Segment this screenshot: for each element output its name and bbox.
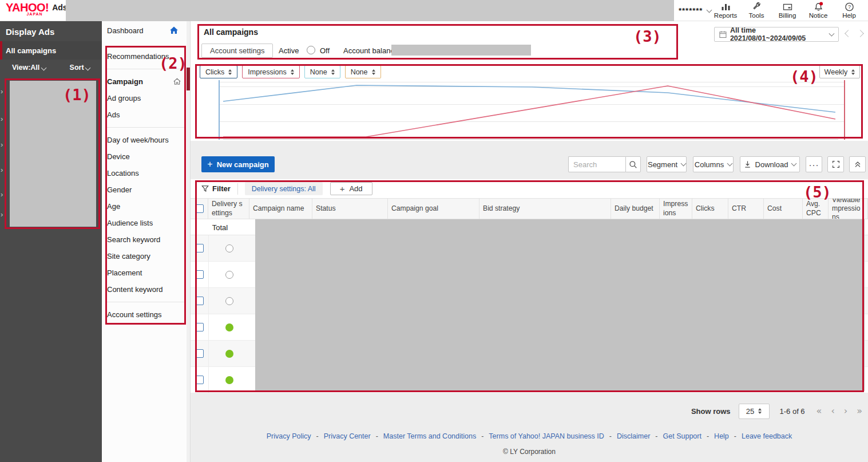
delivery-status-dot-off[interactable] (225, 244, 233, 252)
column-header-daily-budget[interactable]: Daily budget (611, 199, 660, 219)
prev-page-button[interactable]: ‹ (831, 406, 834, 416)
metric-selector-3[interactable]: None (304, 65, 340, 78)
subnav-item-recommendations[interactable]: Recommendations (102, 48, 186, 65)
select-all-checkbox[interactable] (195, 204, 204, 213)
subnav-item-audience-lists[interactable]: Audience lists (102, 215, 186, 231)
subnav-item-day-of-week-hours[interactable]: Day of week/hours (102, 132, 186, 148)
topnav-reports[interactable]: Reports (710, 1, 741, 19)
add-filter-button[interactable]: +Add (330, 182, 372, 195)
sort-dropdown[interactable]: Sort (70, 64, 90, 72)
delivery-status-dot-on[interactable] (225, 323, 233, 331)
row-checkbox[interactable] (195, 323, 204, 331)
search-button[interactable] (625, 156, 641, 172)
new-campaign-button[interactable]: +New campaign (201, 156, 275, 172)
column-header-status[interactable]: Status (312, 199, 388, 219)
yahoo-japan-ads-logo[interactable]: YAHOO! JAPAN Ads (6, 2, 68, 16)
subnav-item-ads[interactable]: Ads (102, 106, 186, 123)
page-size-select[interactable]: 25 (739, 404, 770, 419)
scrollbar-thumb[interactable] (187, 68, 190, 90)
subnav-item-age[interactable]: Age (102, 198, 186, 215)
next-page-button[interactable]: › (844, 406, 847, 416)
footer-link[interactable]: Master Terms and Conditions (383, 432, 476, 440)
row-checkbox[interactable] (195, 349, 204, 358)
columns-dropdown[interactable]: Columns (693, 156, 734, 172)
topnav-help[interactable]: ? Help (834, 1, 865, 19)
metric-selector-2[interactable]: Impressions (242, 65, 299, 78)
column-header-select[interactable] (191, 199, 208, 219)
metric-selector-1[interactable]: Clicks (200, 65, 237, 78)
first-page-button[interactable]: « (817, 406, 822, 416)
delivery-settings-filter-chip[interactable]: Delivery settings: All (245, 182, 323, 195)
account-menu[interactable]: ******* (679, 6, 711, 15)
subnav-item-account-settings[interactable]: Account settings (102, 306, 186, 323)
subnav-item-locations[interactable]: Locations (102, 165, 186, 181)
date-range-picker[interactable]: All time 2021/08/01~2024/09/05 (714, 27, 839, 42)
bar-chart-icon (720, 2, 731, 12)
interval-label: Weekly (825, 68, 848, 76)
footer-link[interactable]: Privacy Policy (267, 432, 311, 440)
off-radio[interactable] (307, 46, 315, 54)
fullscreen-button[interactable] (827, 156, 844, 172)
delivery-status-dot-off[interactable] (225, 297, 233, 305)
topnav-billing[interactable]: Billing (772, 1, 803, 19)
subnav-item-placement[interactable]: Placement (102, 264, 186, 281)
add-label: Add (349, 184, 362, 193)
segment-dropdown[interactable]: Segment (647, 156, 687, 172)
expand-chevron-icon[interactable]: › (1, 89, 3, 94)
column-header-cost[interactable]: Cost (764, 199, 803, 219)
delivery-status-dot-on[interactable] (225, 376, 233, 384)
row-checkbox[interactable] (195, 297, 204, 305)
topnav-notice[interactable]: Notice (803, 1, 834, 19)
column-header-viewable-impressions[interactable]: Viewable impressions (829, 199, 868, 219)
footer-link[interactable]: Terms of Yahoo! JAPAN business ID (489, 432, 604, 440)
date-prev-chevron[interactable] (845, 30, 852, 37)
metric-selector-4[interactable]: None (345, 65, 381, 78)
footer-link[interactable]: Disclaimer (617, 432, 650, 440)
subnav-item-campaign[interactable]: Campaign (102, 73, 186, 90)
column-header-campaign-name[interactable]: Campaign name (249, 199, 312, 219)
expand-chevron-icon[interactable]: › (1, 116, 3, 122)
subnav-item-gender[interactable]: Gender (102, 181, 186, 198)
subnav-item-ad-groups[interactable]: Ad groups (102, 90, 186, 106)
expand-chevron-icon[interactable]: › (1, 212, 3, 218)
column-header-avg-cpc[interactable]: Avg. CPC (803, 199, 829, 219)
account-settings-button[interactable]: Account settings (201, 44, 273, 58)
performance-chart-card: Clicks Impressions None None Weekly (191, 63, 868, 141)
expand-chevron-icon[interactable]: › (1, 167, 3, 173)
filter-button[interactable]: Filter (201, 184, 231, 193)
subnav-item-search-keyword[interactable]: Search keyword (102, 231, 186, 248)
column-header-bid-strategy[interactable]: Bid strategy (479, 199, 611, 219)
subnav-item-content-keyword[interactable]: Content keyword (102, 281, 186, 298)
row-checkbox[interactable] (195, 270, 204, 279)
subnav-item-device[interactable]: Device (102, 148, 186, 165)
expand-chevron-icon[interactable]: › (1, 142, 3, 148)
column-header-impressions[interactable]: Impressions (660, 199, 692, 219)
column-header-campaign-goal[interactable]: Campaign goal (388, 199, 479, 219)
footer-link[interactable]: Get Support (663, 432, 701, 440)
subnav-item-dashboard[interactable]: Dashboard (102, 21, 190, 40)
delivery-status-dot-off[interactable] (225, 271, 233, 279)
row-checkbox[interactable] (195, 376, 204, 384)
download-dropdown[interactable]: Download (740, 156, 800, 172)
row-checkbox[interactable] (195, 244, 204, 252)
subnav-scrollbar[interactable] (187, 21, 190, 462)
column-header-delivery-settings[interactable]: Delivery settings (208, 199, 249, 219)
footer-link[interactable]: Help (714, 432, 729, 440)
footer-link[interactable]: Leave feedback (742, 432, 792, 440)
more-actions-button[interactable]: ··· (806, 156, 822, 172)
last-page-button[interactable]: » (857, 406, 862, 416)
date-next-chevron[interactable] (857, 30, 864, 37)
subnav-item-site-category[interactable]: Site category (102, 248, 186, 264)
search-input[interactable] (568, 156, 625, 172)
topnav-tools[interactable]: Tools (741, 1, 772, 19)
column-header-clicks[interactable]: Clicks (692, 199, 728, 219)
view-dropdown[interactable]: View:All (12, 64, 46, 72)
delivery-status-dot-on[interactable] (225, 350, 233, 358)
collapse-button[interactable] (849, 156, 866, 172)
column-header-ctr[interactable]: CTR (728, 199, 764, 219)
chevron-down-icon (85, 65, 91, 71)
expand-chevron-icon[interactable]: › (1, 192, 3, 198)
interval-selector[interactable]: Weekly (819, 65, 860, 78)
sidebar-item-all-campaigns[interactable]: All campaigns (0, 41, 102, 60)
footer-link[interactable]: Privacy Center (324, 432, 371, 440)
